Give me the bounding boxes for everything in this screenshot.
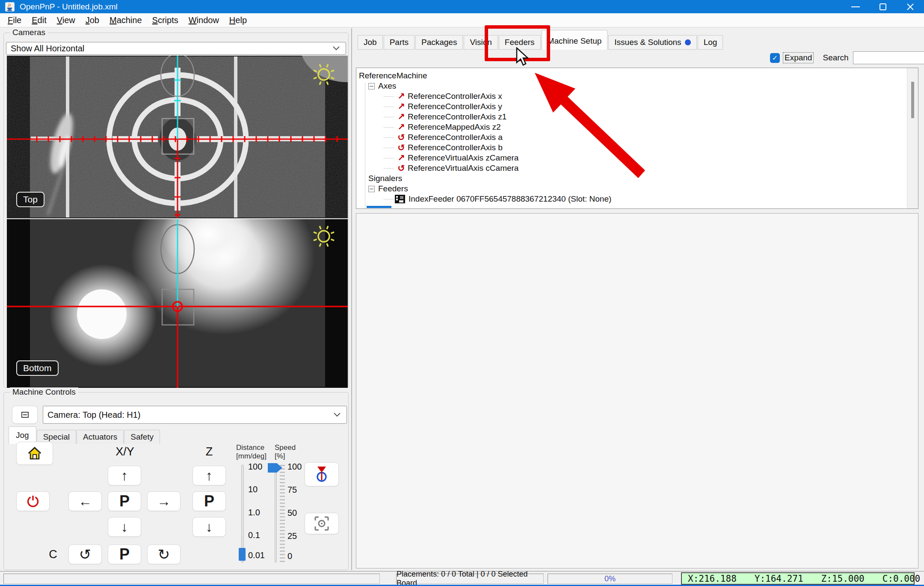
tab-parts[interactable]: Parts — [384, 35, 415, 50]
expand-checkbox[interactable]: ✓ — [770, 53, 780, 63]
tree-node-label: ReferenceControllerAxis y — [408, 102, 502, 111]
tree-toolbar: ✓ Expand Search — [770, 51, 924, 65]
dro-x: X:216.188 — [688, 574, 737, 584]
java-app-icon — [5, 2, 15, 12]
cameras-group-label: Cameras — [10, 28, 48, 37]
speed-slider[interactable] — [275, 465, 277, 562]
distance-slider-handle[interactable] — [239, 548, 246, 561]
tab-issues-solutions[interactable]: Issues & Solutions — [608, 35, 696, 50]
menu-item-window[interactable]: Window — [184, 14, 224, 27]
controls-tab-jog[interactable]: Jog — [9, 426, 36, 444]
tree-node-label: ReferenceVirtualAxis zCamera — [408, 153, 518, 163]
tree-node-label: Signalers — [368, 174, 402, 183]
menu-item-edit[interactable]: Edit — [27, 14, 51, 27]
property-panel-empty — [356, 213, 918, 568]
camera-view-mode-value: Show All Horizontal — [11, 44, 84, 54]
maximize-button[interactable] — [869, 0, 897, 13]
menu-item-view[interactable]: View — [52, 14, 80, 27]
jog-c-cw-button[interactable]: ↻ — [147, 544, 181, 564]
rotate-ccw-icon: ↺ — [79, 546, 92, 563]
jog-x-plus-button[interactable]: → — [147, 491, 181, 511]
rotary-axis-icon: ↺ — [395, 132, 408, 143]
expand-checkbox-label[interactable]: Expand — [783, 53, 813, 63]
park-xy-button[interactable]: P — [108, 491, 141, 511]
search-input[interactable] — [853, 51, 924, 64]
speed-tick-50: 50 — [287, 508, 297, 518]
controls-tab-safety[interactable]: Safety — [124, 430, 160, 444]
park-c-button[interactable]: P — [108, 544, 141, 564]
tree-connector — [384, 168, 394, 169]
distance-tick-10: 10 — [248, 485, 258, 494]
position-tool-button[interactable] — [305, 462, 339, 486]
placements-status: Placements: 0 / 0 Total | 0 / 0 Selected… — [396, 574, 544, 584]
selected-feeder-underline — [367, 206, 391, 208]
tab-machine-setup[interactable]: Machine Setup — [542, 30, 608, 50]
status-message-field — [3, 574, 380, 584]
maximize-icon — [880, 3, 886, 10]
tree-node-indexfeeder0670ff565457888367212340[interactable]: IndexFeeder 0670FF565457888367212340 (Sl… — [356, 194, 918, 204]
dro-y: Y:164.271 — [755, 574, 803, 584]
arrow-up-icon: ↑ — [206, 468, 213, 484]
tab-job[interactable]: Job — [358, 35, 383, 50]
box-minus-icon — [21, 412, 29, 418]
linear-axis-icon: ↗ — [395, 112, 408, 122]
linear-axis-icon: ↗ — [395, 122, 408, 132]
jog-x-minus-button[interactable]: ← — [68, 491, 102, 511]
jog-z-plus-button[interactable]: ↑ — [192, 466, 226, 485]
park-z-button[interactable]: P — [192, 491, 226, 511]
jog-c-ccw-button[interactable]: ↺ — [68, 544, 102, 564]
close-button[interactable] — [897, 0, 924, 13]
tree-collapse-icon[interactable] — [368, 83, 375, 89]
mouse-cursor-icon — [515, 47, 532, 68]
tab-packages[interactable]: Packages — [415, 35, 463, 50]
tree-connector — [384, 158, 394, 158]
dro-z: Z:15.000 — [821, 574, 865, 584]
distance-tick-0-01: 0.01 — [248, 550, 265, 560]
tree-node-label: ReferenceControllerAxis a — [408, 133, 503, 142]
chevron-down-icon — [333, 46, 340, 51]
openpnp-window: OpenPnP - Untitled.job.xml FileEditViewJ… — [0, 0, 924, 586]
collapse-controls-button[interactable] — [12, 406, 38, 424]
speed-tick-marks — [280, 465, 285, 562]
machine-controls-group-label: Machine Controls — [10, 387, 78, 397]
distance-header: Distance[mm/deg] — [236, 443, 267, 461]
menu-item-machine[interactable]: Machine — [104, 14, 147, 27]
panel-splitter[interactable] — [351, 28, 352, 570]
home-button[interactable] — [16, 442, 53, 465]
center-camera-button[interactable] — [305, 513, 339, 534]
minimize-button[interactable] — [842, 0, 869, 13]
controls-tab-actuators[interactable]: Actuators — [77, 430, 124, 444]
speed-tick-0: 0 — [287, 551, 292, 561]
chevron-down-icon — [334, 413, 341, 417]
jog-y-plus-button[interactable]: ↑ — [108, 466, 141, 485]
menu-item-scripts[interactable]: Scripts — [147, 14, 184, 27]
camera-view-mode-select[interactable]: Show All Horizontal — [6, 42, 346, 55]
jog-y-minus-button[interactable]: ↓ — [108, 517, 141, 537]
tree-node-label: Axes — [378, 81, 396, 91]
tab-label: Parts — [390, 38, 409, 47]
tree-scrollbar-thumb[interactable] — [911, 82, 914, 118]
tree-scrollbar[interactable] — [907, 68, 918, 208]
check-icon: ✓ — [772, 54, 778, 62]
tree-connector — [384, 148, 394, 148]
linear-axis-icon: ↗ — [395, 101, 408, 112]
bottom-camera-view[interactable]: Bottom — [7, 219, 348, 388]
window-title: OpenPnP - Untitled.job.xml — [20, 2, 118, 12]
jog-target-select[interactable]: Camera: Top (Head: H1) — [43, 406, 347, 424]
tree-node-feeders[interactable]: Feeders — [356, 184, 918, 194]
jog-z-minus-button[interactable]: ↓ — [192, 517, 226, 537]
tree-collapse-icon[interactable] — [368, 186, 375, 192]
park-label: P — [119, 545, 130, 563]
speed-tick-100: 100 — [287, 462, 302, 472]
tree-node-label: IndexFeeder 0670FF565457888367212340 (Sl… — [409, 194, 611, 204]
menu-item-help[interactable]: Help — [224, 14, 252, 27]
tree-connector — [384, 96, 394, 97]
power-button[interactable] — [16, 491, 50, 511]
tab-log[interactable]: Log — [698, 35, 723, 50]
speed-header: Speed[%] — [275, 443, 296, 461]
menu-item-job[interactable]: Job — [80, 14, 104, 27]
c-axis-label: C — [44, 548, 62, 561]
minimize-icon — [851, 6, 860, 7]
menu-item-file[interactable]: File — [3, 14, 27, 27]
top-camera-view[interactable]: Top — [7, 56, 348, 218]
